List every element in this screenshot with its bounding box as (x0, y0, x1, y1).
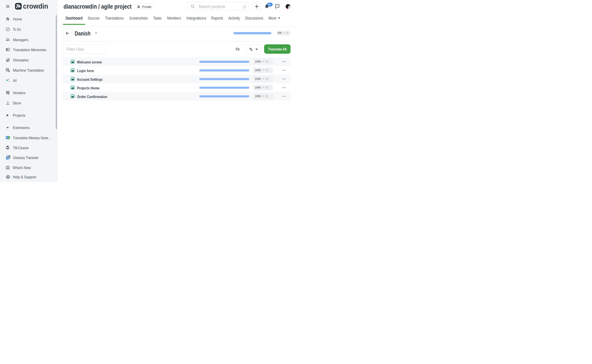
svg-text:?: ? (7, 176, 9, 178)
svg-text:G: G (6, 68, 8, 71)
